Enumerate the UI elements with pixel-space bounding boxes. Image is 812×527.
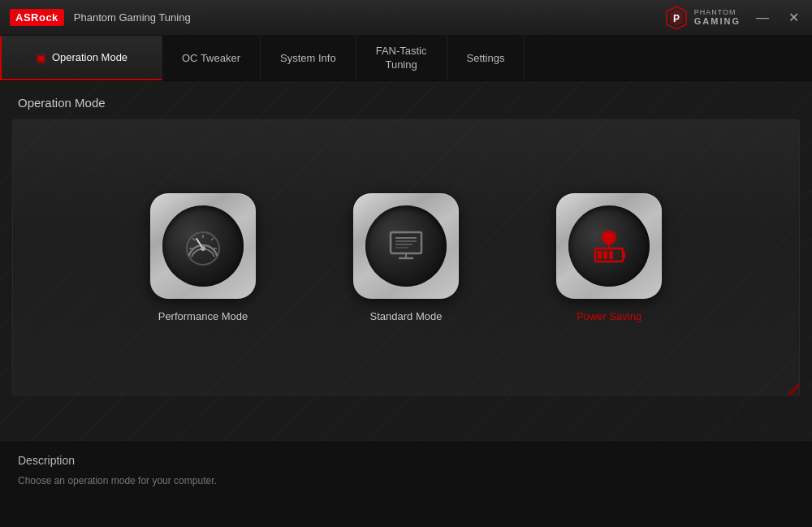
svg-rect-21 — [598, 251, 602, 259]
app-title: Phantom Gaming Tuning — [74, 11, 191, 24]
content-area: Operation Mode — [0, 81, 812, 527]
performance-mode-icon-wrapper — [150, 193, 256, 299]
standard-mode-icon-inner — [365, 205, 447, 287]
minimize-button[interactable]: — — [754, 9, 771, 27]
tab-operation-mode[interactable]: ▣ Operation Mode — [0, 36, 162, 80]
power-saving-mode-icon-inner — [568, 205, 650, 287]
power-saving-mode-icon-wrapper — [556, 193, 662, 299]
titlebar-right: P PHANTOM GAMING — ✕ — [663, 5, 802, 31]
svg-line-7 — [192, 238, 195, 240]
standard-mode-button[interactable]: Standard Mode — [353, 193, 459, 322]
svg-point-10 — [201, 246, 205, 251]
titlebar-left: ASRock Phantom Gaming Tuning — [10, 9, 191, 26]
description-text: Choose an operation mode for your comput… — [18, 475, 794, 486]
standard-mode-icon-wrapper — [353, 193, 459, 299]
tab-settings[interactable]: Settings — [447, 36, 525, 80]
svg-rect-20 — [623, 252, 625, 258]
svg-rect-23 — [609, 251, 613, 259]
operation-mode-icon: ▣ — [36, 51, 46, 64]
tab-system-info[interactable]: System Info — [261, 36, 356, 80]
close-button[interactable]: ✕ — [784, 9, 802, 27]
svg-rect-12 — [392, 234, 420, 252]
phantom-logo-icon: P — [663, 5, 689, 31]
speedometer-icon — [181, 224, 225, 268]
phantom-gaming-logo: P PHANTOM GAMING — [663, 5, 741, 31]
svg-line-8 — [211, 238, 214, 240]
section-title: Operation Mode — [0, 81, 812, 119]
power-saving-icon — [587, 224, 631, 268]
tab-bar: ▣ Operation Mode OC Tweaker System Info … — [0, 36, 812, 81]
power-saving-mode-label: Power Saving — [577, 310, 641, 322]
monitor-icon — [384, 224, 428, 268]
power-saving-mode-button[interactable]: Power Saving — [556, 193, 662, 322]
performance-mode-label: Performance Mode — [158, 310, 248, 322]
phantom-logo-text: PHANTOM GAMING — [694, 9, 741, 27]
performance-mode-button[interactable]: Performance Mode — [150, 193, 256, 322]
svg-rect-22 — [603, 251, 607, 259]
description-title: Description — [18, 454, 794, 467]
performance-mode-icon-inner — [162, 205, 244, 287]
tab-fan-tastic[interactable]: FAN-TasticTuning — [356, 36, 447, 80]
main-panel: Performance Mode — [12, 119, 800, 395]
standard-mode-label: Standard Mode — [370, 310, 443, 322]
asrock-logo: ASRock — [10, 9, 64, 26]
description-bar: Description Choose an operation mode for… — [0, 442, 812, 527]
svg-text:P: P — [673, 13, 680, 24]
tab-oc-tweaker[interactable]: OC Tweaker — [162, 36, 261, 80]
titlebar: ASRock Phantom Gaming Tuning P PHANTOM G… — [0, 0, 812, 36]
